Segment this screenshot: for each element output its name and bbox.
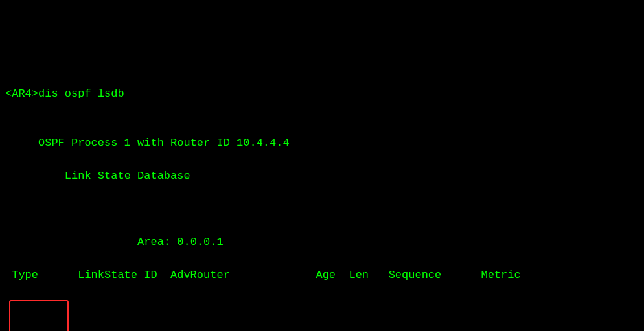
lsdb-table-body: Router10.3.3.310.3.3.312893680000011100R… (5, 300, 639, 331)
col-type: Type (12, 267, 78, 284)
col-len: Len (349, 267, 388, 284)
terminal-output: <AR4>dis ospf lsdb OSPF Process 1 with R… (5, 69, 639, 331)
command-text: dis ospf lsdb (38, 87, 124, 100)
ospf-process-line: OSPF Process 1 with Router ID 10.4.4.4 (5, 135, 639, 152)
col-advrouter: AdvRouter (170, 267, 290, 284)
area-line: Area: 0.0.0.1 (5, 234, 639, 251)
lsdb-heading: Link State Database (5, 168, 639, 185)
highlight-box (9, 300, 69, 331)
col-metric: Metric (468, 267, 521, 284)
lsdb-column-headers: TypeLinkState IDAdvRouterAgeLenSequenceM… (5, 267, 639, 284)
col-linkstate: LinkState ID (78, 267, 170, 284)
shell-prompt: <AR4> (5, 87, 38, 100)
col-sequence: Sequence (389, 267, 468, 284)
col-age: Age (290, 267, 349, 284)
